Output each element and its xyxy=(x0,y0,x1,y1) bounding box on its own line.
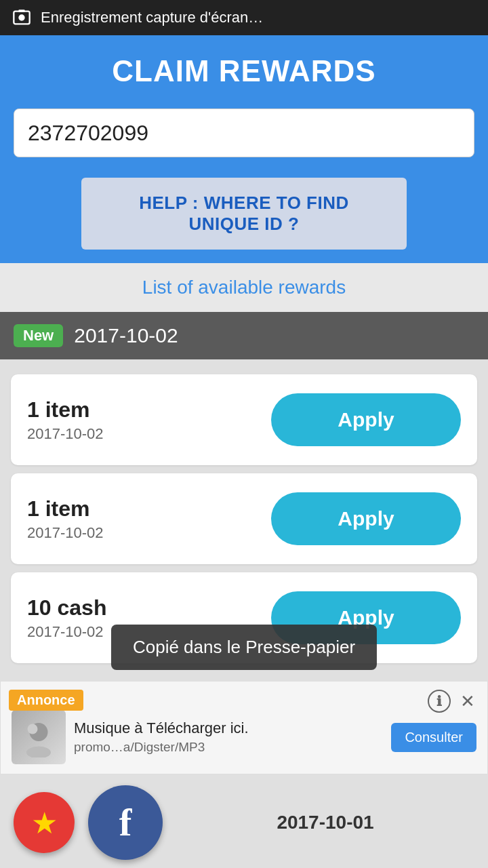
help-section: HELP : WHERE TO FIND UNIQUE ID ? xyxy=(0,171,488,263)
reward-info-3: 10 cash 2017-10-02 xyxy=(27,595,106,641)
star-icon: ★ xyxy=(31,806,58,840)
rewards-list-section: List of available rewards xyxy=(0,263,488,312)
ad-close-icon[interactable]: ✕ xyxy=(456,690,479,713)
ad-close-icons: ℹ ✕ xyxy=(428,690,479,713)
ad-info-icon[interactable]: ℹ xyxy=(428,690,451,713)
reward-title-1: 1 item xyxy=(27,397,104,422)
reward-date-3: 2017-10-02 xyxy=(27,623,106,641)
reward-date-1: 2017-10-02 xyxy=(27,425,104,443)
svg-point-4 xyxy=(26,747,51,758)
ad-label: Annonce xyxy=(9,690,83,711)
svg-point-5 xyxy=(28,724,38,734)
apply-button-1[interactable]: Apply xyxy=(271,393,461,446)
svg-point-1 xyxy=(18,14,24,20)
status-bar-text: Enregistrement capture d'écran… xyxy=(41,9,263,26)
reward-card-1: 1 item 2017-10-02 Apply xyxy=(11,374,477,465)
clipboard-toast: Copié dans le Presse-papier xyxy=(111,625,377,670)
ad-banner: Annonce ℹ ✕ Musique à Télécharger ici. p… xyxy=(0,681,488,774)
reward-title-2: 1 item xyxy=(27,496,104,521)
reward-title-3: 10 cash xyxy=(27,595,106,620)
reward-card-2: 1 item 2017-10-02 Apply xyxy=(11,473,477,564)
help-button[interactable]: HELP : WHERE TO FIND UNIQUE ID ? xyxy=(81,178,407,250)
reward-date-2: 2017-10-02 xyxy=(27,524,104,542)
page-title: CLAIM REWARDS xyxy=(14,54,474,88)
ad-consult-button[interactable]: Consulter xyxy=(391,723,476,752)
apply-button-2[interactable]: Apply xyxy=(271,492,461,545)
ad-content: Musique à Télécharger ici. promo…a/Digst… xyxy=(74,719,383,755)
ad-title: Musique à Télécharger ici. xyxy=(74,719,383,737)
header: CLAIM REWARDS xyxy=(0,35,488,102)
reward-info-2: 1 item 2017-10-02 xyxy=(27,496,104,542)
date-header-text: 2017-10-02 xyxy=(74,324,178,347)
ad-subtitle: promo…a/Digster/MP3 xyxy=(74,740,383,755)
bottom-date: 2017-10-01 xyxy=(176,812,474,833)
ad-thumbnail xyxy=(12,710,66,764)
facebook-icon: f xyxy=(119,801,132,844)
rewards-list-link[interactable]: List of available rewards xyxy=(142,277,346,298)
fab-star-button[interactable]: ★ xyxy=(14,792,75,853)
date-header: New 2017-10-02 xyxy=(0,312,488,359)
fab-area: ★ f 2017-10-01 xyxy=(0,774,488,867)
fab-facebook-button[interactable]: f xyxy=(88,785,163,860)
svg-rect-2 xyxy=(18,9,24,12)
reward-info-1: 1 item 2017-10-02 xyxy=(27,397,104,443)
input-section xyxy=(0,102,488,171)
status-bar: Enregistrement capture d'écran… xyxy=(0,0,488,35)
unique-id-input[interactable] xyxy=(14,108,474,157)
new-badge: New xyxy=(14,324,63,347)
screenshot-icon xyxy=(11,7,33,28)
